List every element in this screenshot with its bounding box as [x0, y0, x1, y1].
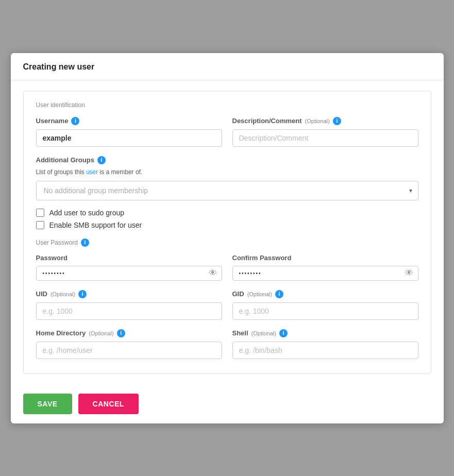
uid-gid-row: UID (Optional) i GID (Optional) i: [36, 290, 418, 320]
gid-input[interactable]: [232, 302, 418, 320]
gid-label: GID (Optional) i: [232, 290, 418, 298]
home-directory-label: Home Directory (Optional) i: [36, 329, 222, 337]
additional-groups-hint: List of groups this user is a member of.: [36, 168, 418, 176]
username-group: Username i: [36, 117, 222, 147]
cancel-button[interactable]: CANCEL: [78, 394, 139, 414]
description-group: Description/Comment (Optional) i: [232, 117, 418, 147]
home-directory-input[interactable]: [36, 342, 222, 359]
smb-checkbox-label: Enable SMB support for user: [49, 221, 142, 229]
confirm-password-group: Confirm Password 👁: [232, 254, 418, 281]
groups-select-wrapper: No additional group membership ▾: [36, 181, 418, 200]
home-shell-row: Home Directory (Optional) i Shell (Optio…: [36, 329, 418, 359]
uid-input[interactable]: [36, 302, 222, 320]
sudo-checkbox-label: Add user to sudo group: [49, 209, 125, 217]
form-section: User identification Username i Descripti…: [23, 91, 431, 374]
sudo-checkbox-item: Add user to sudo group: [36, 209, 418, 217]
additional-groups-label: Additional Groups i: [36, 156, 418, 164]
username-info-icon[interactable]: i: [71, 117, 79, 125]
shell-label: Shell (Optional) i: [232, 329, 418, 337]
uid-group: UID (Optional) i: [36, 290, 222, 320]
additional-groups-select[interactable]: No additional group membership: [36, 181, 418, 200]
password-eye-icon[interactable]: 👁: [209, 268, 217, 278]
save-button[interactable]: SAVE: [23, 394, 72, 414]
gid-group: GID (Optional) i: [232, 290, 418, 320]
password-input-wrapper: 👁: [36, 266, 222, 281]
additional-groups-info-icon[interactable]: i: [97, 156, 106, 164]
dialog-body: User identification Username i Descripti…: [11, 80, 444, 384]
uid-info-icon[interactable]: i: [78, 290, 87, 298]
gid-info-icon[interactable]: i: [275, 290, 283, 298]
checkbox-group: Add user to sudo group Enable SMB suppor…: [36, 209, 418, 229]
password-label: Password: [36, 254, 222, 262]
user-password-info-icon[interactable]: i: [81, 239, 89, 247]
confirm-password-input-wrapper: 👁: [232, 266, 418, 281]
uid-label: UID (Optional) i: [36, 290, 222, 298]
description-info-icon[interactable]: i: [333, 117, 341, 125]
user-password-section-title: User Password i: [36, 239, 418, 247]
sudo-checkbox[interactable]: [36, 209, 44, 217]
dialog-title: Creating new user: [11, 53, 444, 80]
confirm-password-label: Confirm Password: [232, 254, 418, 262]
hint-highlight: user: [86, 168, 98, 176]
home-directory-group: Home Directory (Optional) i: [36, 329, 222, 359]
description-input[interactable]: [232, 129, 418, 147]
password-row: Password 👁 Confirm Password 👁: [36, 254, 418, 281]
shell-group: Shell (Optional) i: [232, 329, 418, 359]
smb-checkbox-item: Enable SMB support for user: [36, 221, 418, 229]
confirm-password-input[interactable]: [232, 266, 418, 281]
username-input[interactable]: [36, 129, 222, 147]
confirm-password-eye-icon[interactable]: 👁: [405, 268, 413, 278]
dialog-footer: SAVE CANCEL: [11, 384, 444, 423]
username-label: Username i: [36, 117, 222, 125]
smb-checkbox[interactable]: [36, 221, 44, 229]
password-group: Password 👁: [36, 254, 222, 281]
password-input[interactable]: [36, 266, 222, 281]
home-directory-info-icon[interactable]: i: [117, 329, 125, 337]
shell-input[interactable]: [232, 342, 418, 359]
username-description-row: Username i Description/Comment (Optional…: [36, 117, 418, 147]
description-label: Description/Comment (Optional) i: [232, 117, 418, 125]
shell-info-icon[interactable]: i: [279, 329, 288, 337]
create-user-dialog: Creating new user User identification Us…: [11, 53, 444, 423]
user-identification-section-title: User identification: [36, 101, 418, 109]
